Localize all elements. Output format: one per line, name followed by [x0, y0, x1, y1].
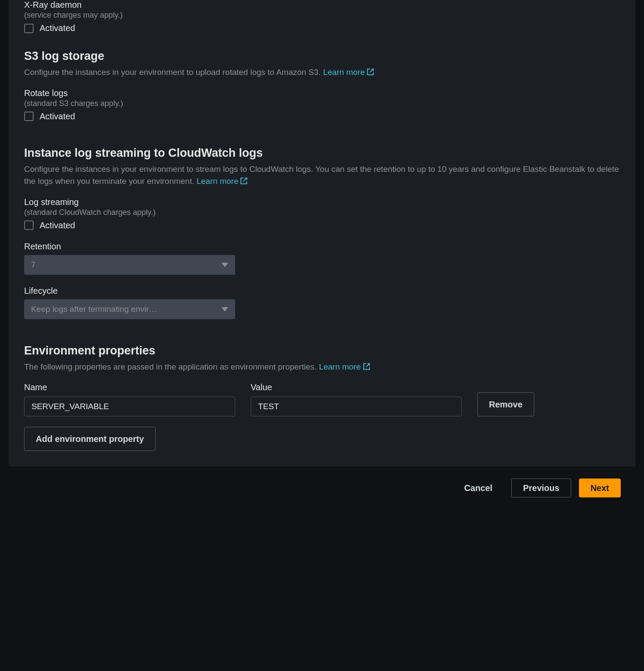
lifecycle-field: Lifecycle Keep logs after terminating en… — [24, 286, 620, 319]
env-prop-name-col: Name — [24, 382, 235, 416]
s3-desc: Configure the instances in your environm… — [24, 66, 620, 79]
config-panel: X-Ray daemon (service charges may apply.… — [9, 0, 635, 466]
rotate-logs-sub: (standard S3 charges apply.) — [24, 99, 620, 108]
env-props-desc-text: The following properties are passed in t… — [24, 362, 319, 371]
rotate-logs-checkbox[interactable] — [24, 112, 34, 121]
cancel-button[interactable]: Cancel — [453, 478, 504, 497]
env-props-desc: The following properties are passed in t… — [24, 361, 620, 373]
retention-select[interactable]: 7 — [24, 255, 235, 275]
s3-learn-more-link[interactable]: Learn more — [323, 68, 374, 77]
log-streaming-field: Log streaming (standard CloudWatch charg… — [24, 197, 620, 230]
external-link-icon — [363, 362, 370, 370]
xray-activated-checkbox[interactable] — [24, 24, 34, 33]
wizard-footer: Cancel Previous Next — [0, 466, 644, 518]
rotate-logs-label: Rotate logs — [24, 88, 620, 98]
rotate-logs-checkbox-label: Activated — [40, 112, 75, 121]
env-prop-value-label: Value — [251, 382, 462, 392]
cw-desc-text: Configure the instances in your environm… — [24, 165, 619, 186]
log-streaming-label: Log streaming — [24, 197, 620, 207]
s3-title: S3 log storage — [24, 50, 620, 63]
env-prop-name-label: Name — [24, 382, 235, 392]
retention-field: Retention 7 — [24, 242, 620, 275]
env-props-learn-more-link[interactable]: Learn more — [319, 362, 370, 371]
log-streaming-checkbox[interactable] — [24, 221, 34, 230]
log-streaming-sub: (standard CloudWatch charges apply.) — [24, 208, 620, 217]
xray-sub: (service charges may apply.) — [24, 11, 620, 20]
external-link-icon — [240, 176, 248, 184]
cw-learn-more-link[interactable]: Learn more — [196, 177, 248, 186]
env-prop-value-col: Value — [251, 382, 462, 416]
env-prop-value-input[interactable] — [251, 397, 462, 416]
rotate-logs-field: Rotate logs (standard S3 charges apply.)… — [24, 88, 620, 121]
xray-title: X-Ray daemon — [24, 0, 620, 10]
lifecycle-label: Lifecycle — [24, 286, 620, 296]
lifecycle-value: Keep logs after terminating envir… — [31, 304, 157, 314]
env-prop-row: Name Value Remove — [24, 382, 620, 416]
add-env-prop-button[interactable]: Add environment property — [24, 427, 156, 451]
chevron-down-icon — [221, 263, 228, 267]
xray-checkbox-label: Activated — [40, 23, 75, 33]
xray-daemon-field: X-Ray daemon (service charges may apply.… — [24, 0, 620, 33]
env-props-section: Environment properties The following pro… — [24, 323, 620, 451]
next-button[interactable]: Next — [579, 478, 621, 497]
env-props-title: Environment properties — [24, 344, 620, 357]
env-prop-name-input[interactable] — [24, 397, 235, 416]
retention-label: Retention — [24, 242, 620, 252]
external-link-icon — [367, 67, 374, 75]
s3-desc-text: Configure the instances in your environm… — [24, 68, 323, 77]
cw-title: Instance log streaming to CloudWatch log… — [24, 146, 620, 160]
remove-button[interactable]: Remove — [477, 392, 534, 416]
s3-log-storage-section: S3 log storage Configure the instances i… — [24, 37, 620, 121]
log-streaming-checkbox-label: Activated — [40, 221, 75, 230]
chevron-down-icon — [221, 307, 228, 311]
retention-value: 7 — [31, 260, 36, 270]
cloudwatch-section: Instance log streaming to CloudWatch log… — [24, 126, 620, 319]
lifecycle-select[interactable]: Keep logs after terminating envir… — [24, 299, 235, 319]
previous-button[interactable]: Previous — [511, 478, 571, 497]
cw-desc: Configure the instances in your environm… — [24, 163, 620, 188]
